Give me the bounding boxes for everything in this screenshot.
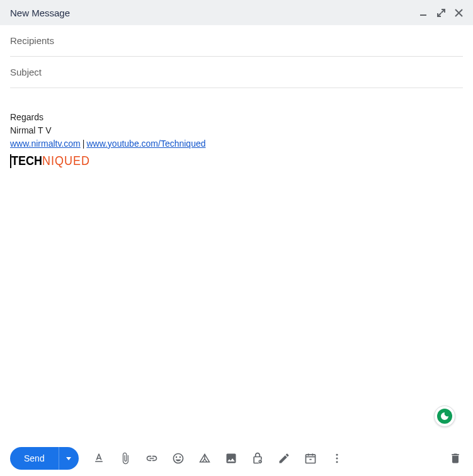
schedule-icon[interactable] — [304, 452, 317, 465]
emoji-icon[interactable] — [172, 452, 185, 465]
image-icon[interactable] — [225, 452, 237, 465]
confidential-icon[interactable] — [251, 452, 264, 465]
compose-body[interactable]: Regards Nirmal T V www.nirmaltv.com|www.… — [0, 88, 473, 179]
discard-icon[interactable] — [449, 452, 462, 465]
send-options-dropdown[interactable] — [59, 447, 79, 470]
svg-point-5 — [336, 458, 338, 460]
minimize-icon[interactable] — [419, 8, 428, 17]
signature-regards: Regards — [10, 111, 463, 124]
close-icon[interactable] — [454, 8, 463, 17]
chat-fab[interactable] — [434, 405, 455, 427]
svg-point-4 — [336, 454, 338, 456]
formatting-toolbar — [93, 452, 343, 465]
signature-link-youtube[interactable]: www.youtube.com/Techniqued — [86, 139, 205, 149]
send-button-group: Send — [10, 447, 79, 470]
drive-icon[interactable] — [198, 452, 211, 465]
send-button[interactable]: Send — [10, 447, 59, 470]
more-options-icon[interactable] — [331, 452, 343, 465]
recipients-field[interactable]: Recipients — [10, 25, 463, 57]
signature-links: www.nirmaltv.com|www.youtube.com/Techniq… — [10, 137, 463, 150]
svg-point-6 — [336, 461, 338, 463]
signature-name: Nirmal T V — [10, 124, 463, 137]
compose-footer: Send — [0, 441, 473, 476]
compose-header: New Message — [0, 0, 473, 25]
moon-icon — [437, 409, 452, 424]
signature-separator: | — [83, 139, 85, 149]
signature-logo: TECHNIQUED — [10, 152, 463, 169]
compose-title: New Message — [10, 8, 70, 18]
link-icon[interactable] — [145, 452, 158, 465]
subject-field[interactable]: Subject — [10, 57, 463, 88]
logo-part-tech: TECH — [11, 152, 42, 171]
signature-link-website[interactable]: www.nirmaltv.com — [10, 139, 81, 149]
attach-icon[interactable] — [119, 452, 132, 465]
window-controls — [419, 8, 463, 17]
signature-icon[interactable] — [278, 452, 290, 465]
expand-icon[interactable] — [436, 8, 445, 17]
recipients-placeholder: Recipients — [10, 35, 54, 46]
compose-fields: Recipients Subject — [0, 25, 473, 88]
logo-part-niqued: NIQUED — [42, 152, 90, 171]
body-blank-line — [10, 98, 463, 111]
svg-rect-0 — [420, 14, 426, 16]
text-format-icon[interactable] — [93, 452, 105, 465]
subject-placeholder: Subject — [10, 67, 42, 77]
